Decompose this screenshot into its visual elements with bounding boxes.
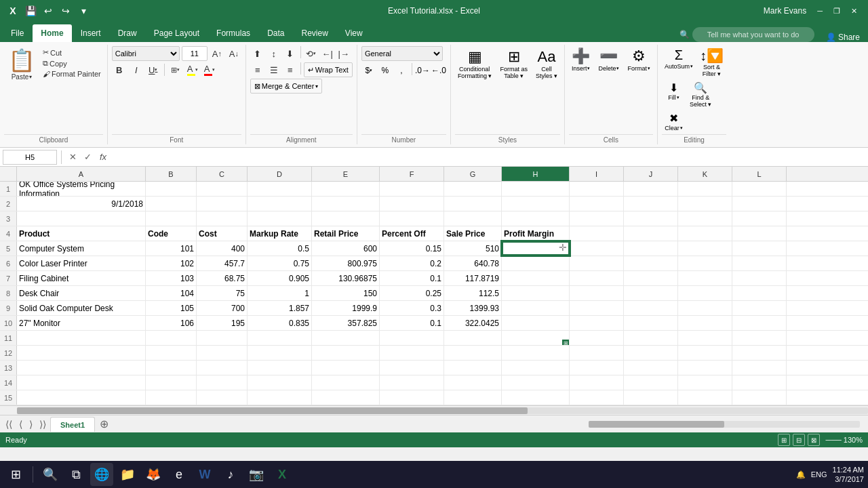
col-header-g[interactable]: G	[444, 167, 502, 181]
cell[interactable]	[17, 390, 146, 405]
confirm-formula-button[interactable]: ✓	[81, 150, 94, 164]
cell[interactable]: 104	[146, 286, 197, 300]
cell[interactable]	[197, 182, 248, 196]
col-header-d[interactable]: D	[248, 167, 312, 181]
cell[interactable]: Color Laser Printer	[17, 256, 146, 270]
cell[interactable]	[624, 390, 678, 405]
cell[interactable]	[380, 211, 444, 226]
col-header-a[interactable]: A	[17, 167, 146, 181]
cell[interactable]	[444, 331, 502, 345]
cell[interactable]	[732, 197, 787, 211]
cell[interactable]	[624, 271, 678, 285]
cell[interactable]: 400	[197, 241, 248, 256]
cell[interactable]: 800.975	[312, 256, 380, 270]
cell[interactable]: 27" Monitor	[17, 316, 146, 330]
row-number[interactable]: 12	[0, 346, 17, 360]
cell[interactable]	[570, 226, 624, 241]
cell[interactable]	[570, 390, 624, 405]
cell[interactable]	[732, 271, 787, 285]
copy-button[interactable]: ⧉ Copy	[41, 58, 103, 68]
orientation-button[interactable]: ⟲▾	[304, 46, 319, 61]
col-header-c[interactable]: C	[197, 167, 248, 181]
cell[interactable]	[678, 256, 732, 270]
cell[interactable]	[502, 301, 570, 315]
cell[interactable]	[146, 375, 197, 390]
cell[interactable]: 0.75	[248, 256, 312, 270]
page-break-view-button[interactable]: ⊠	[808, 434, 820, 446]
cell[interactable]	[312, 197, 380, 211]
taskbar-word[interactable]: W	[193, 463, 216, 486]
cell[interactable]	[624, 346, 678, 360]
col-header-l[interactable]: L	[732, 167, 787, 181]
align-center-button[interactable]: ☰	[267, 62, 281, 77]
tab-nav-first[interactable]: ⟨⟨	[3, 419, 15, 430]
restore-button[interactable]: ❐	[828, 0, 846, 22]
name-box[interactable]	[3, 150, 57, 165]
cell[interactable]: Profit Margin	[502, 226, 570, 241]
align-bottom-button[interactable]: ⬇	[283, 46, 298, 61]
paste-button[interactable]: 📋 Paste▾	[4, 46, 39, 82]
cell[interactable]	[678, 346, 732, 360]
cell[interactable]	[624, 197, 678, 211]
cell[interactable]: 117.8719	[444, 271, 502, 285]
cell[interactable]	[444, 197, 502, 211]
cell[interactable]: 322.0425	[444, 316, 502, 330]
cell[interactable]	[444, 390, 502, 405]
cell[interactable]: 105	[146, 301, 197, 315]
cell[interactable]: 600	[312, 241, 380, 256]
cell[interactable]	[197, 361, 248, 375]
normal-view-button[interactable]: ⊞	[778, 434, 790, 446]
cell[interactable]	[624, 256, 678, 270]
row-number[interactable]: 6	[0, 256, 17, 270]
taskbar-excel[interactable]: X	[271, 463, 294, 486]
cell[interactable]: Computer System	[17, 241, 146, 256]
cell[interactable]	[197, 211, 248, 226]
cell[interactable]	[502, 286, 570, 300]
cell[interactable]	[197, 346, 248, 360]
conditional-formatting-button[interactable]: ▦ Conditional Formatting ▾	[455, 46, 495, 81]
clear-button[interactable]: ✖ Clear▾	[662, 110, 686, 133]
cell[interactable]: 700	[197, 301, 248, 315]
cell[interactable]	[570, 286, 624, 300]
cell[interactable]: 130.96875	[312, 271, 380, 285]
cell[interactable]	[197, 331, 248, 345]
minimize-button[interactable]: ─	[812, 0, 828, 22]
cell[interactable]	[502, 361, 570, 375]
cell[interactable]: Cost	[197, 226, 248, 241]
col-header-f[interactable]: F	[380, 167, 444, 181]
cell[interactable]	[312, 361, 380, 375]
cell[interactable]	[312, 375, 380, 390]
cell[interactable]: Code	[146, 226, 197, 241]
italic-button[interactable]: I	[129, 62, 144, 77]
cell[interactable]	[197, 375, 248, 390]
cell[interactable]	[380, 182, 444, 196]
dec-dec-button[interactable]: ←.0	[431, 63, 446, 78]
row-number[interactable]: 14	[0, 375, 17, 390]
tab-data[interactable]: Data	[259, 24, 292, 42]
format-button[interactable]: ⚙ Format▾	[625, 46, 653, 73]
cell[interactable]: 0.3	[380, 301, 444, 315]
taskbar-ie[interactable]: e	[167, 463, 191, 486]
cell[interactable]	[678, 271, 732, 285]
cell[interactable]: Sale Price	[444, 226, 502, 241]
tab-formulas[interactable]: Formulas	[208, 24, 258, 42]
indent-dec-button[interactable]: ←|	[320, 46, 335, 61]
cell[interactable]	[678, 361, 732, 375]
cell[interactable]	[146, 361, 197, 375]
cell[interactable]	[146, 211, 197, 226]
cell[interactable]	[17, 211, 146, 226]
cell[interactable]	[502, 271, 570, 285]
cell[interactable]: 68.75	[197, 271, 248, 285]
fill-color-button[interactable]: A ▾	[185, 62, 200, 77]
cell[interactable]: Product	[17, 226, 146, 241]
page-layout-view-button[interactable]: ⊟	[793, 434, 805, 446]
cell[interactable]	[624, 316, 678, 330]
cell[interactable]: 103	[146, 271, 197, 285]
cell[interactable]	[732, 241, 787, 256]
cell[interactable]: ✛	[502, 241, 570, 256]
cell[interactable]	[502, 346, 570, 360]
cell[interactable]	[732, 256, 787, 270]
cell[interactable]	[444, 375, 502, 390]
cell[interactable]	[248, 182, 312, 196]
cell[interactable]: 357.825	[312, 316, 380, 330]
